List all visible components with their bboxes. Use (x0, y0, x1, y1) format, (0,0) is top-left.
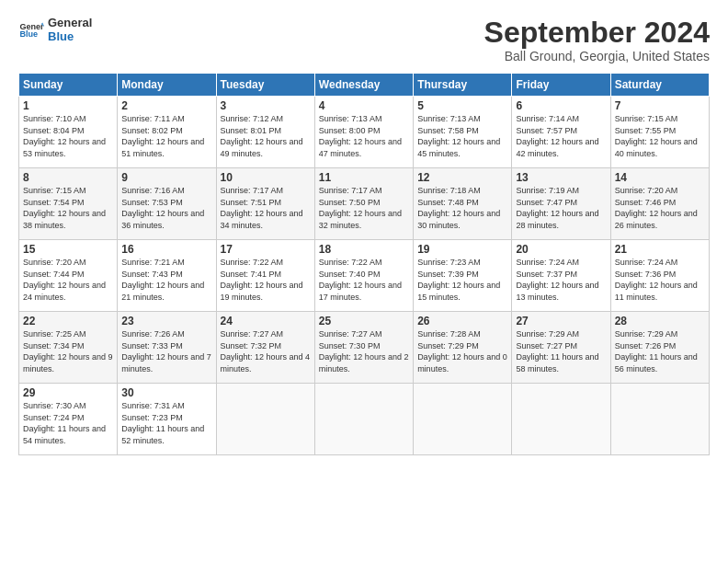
calendar: Sunday Monday Tuesday Wednesday Thursday… (18, 73, 710, 455)
logo: General Blue General Blue (18, 17, 92, 44)
day-24: 24 Sunrise: 7:27 AMSunset: 7:32 PMDaylig… (216, 312, 314, 384)
title-block: September 2024 Ball Ground, Georgia, Uni… (484, 17, 710, 63)
day-26: 26 Sunrise: 7:28 AMSunset: 7:29 PMDaylig… (414, 312, 512, 384)
calendar-header-row: Sunday Monday Tuesday Wednesday Thursday… (19, 74, 710, 97)
main-title: September 2024 (484, 17, 710, 49)
header-tuesday: Tuesday (216, 74, 314, 97)
day-11: 11 Sunrise: 7:17 AMSunset: 7:50 PMDaylig… (314, 168, 413, 240)
day-20: 20 Sunrise: 7:24 AMSunset: 7:37 PMDaylig… (512, 240, 610, 312)
day-2: 2 Sunrise: 7:11 AMSunset: 8:02 PMDayligh… (118, 97, 216, 168)
empty-cell-1 (216, 384, 314, 455)
day-27: 27 Sunrise: 7:29 AMSunset: 7:27 PMDaylig… (512, 312, 610, 384)
day-23: 23 Sunrise: 7:26 AMSunset: 7:33 PMDaylig… (118, 312, 216, 384)
day-3: 3 Sunrise: 7:12 AMSunset: 8:01 PMDayligh… (216, 97, 314, 168)
day-12: 12 Sunrise: 7:18 AMSunset: 7:48 PMDaylig… (414, 168, 512, 240)
day-8: 8 Sunrise: 7:15 AMSunset: 7:54 PMDayligh… (19, 168, 118, 240)
day-30: 30 Sunrise: 7:31 AMSunset: 7:23 PMDaylig… (118, 384, 216, 455)
empty-cell-3 (414, 384, 512, 455)
day-7: 7 Sunrise: 7:15 AMSunset: 7:55 PMDayligh… (610, 97, 709, 168)
day-21: 21 Sunrise: 7:24 AMSunset: 7:36 PMDaylig… (610, 240, 709, 312)
empty-cell-4 (512, 384, 610, 455)
header-sunday: Sunday (19, 74, 118, 97)
day-18: 18 Sunrise: 7:22 AMSunset: 7:40 PMDaylig… (314, 240, 413, 312)
week-row-5: 29 Sunrise: 7:30 AMSunset: 7:24 PMDaylig… (19, 384, 710, 455)
week-row-2: 8 Sunrise: 7:15 AMSunset: 7:54 PMDayligh… (19, 168, 710, 240)
week-row-4: 22 Sunrise: 7:25 AMSunset: 7:34 PMDaylig… (19, 312, 710, 384)
header-thursday: Thursday (414, 74, 512, 97)
day-29: 29 Sunrise: 7:30 AMSunset: 7:24 PMDaylig… (19, 384, 118, 455)
header-monday: Monday (118, 74, 216, 97)
day-25: 25 Sunrise: 7:27 AMSunset: 7:30 PMDaylig… (314, 312, 413, 384)
day-17: 17 Sunrise: 7:22 AMSunset: 7:41 PMDaylig… (216, 240, 314, 312)
day-4: 4 Sunrise: 7:13 AMSunset: 8:00 PMDayligh… (314, 97, 413, 168)
day-28: 28 Sunrise: 7:29 AMSunset: 7:26 PMDaylig… (610, 312, 709, 384)
day-16: 16 Sunrise: 7:21 AMSunset: 7:43 PMDaylig… (118, 240, 216, 312)
svg-text:Blue: Blue (19, 29, 38, 39)
day-9: 9 Sunrise: 7:16 AMSunset: 7:53 PMDayligh… (118, 168, 216, 240)
page: General Blue General Blue September 2024… (0, 0, 728, 563)
subtitle: Ball Ground, Georgia, United States (484, 49, 710, 63)
day-14: 14 Sunrise: 7:20 AMSunset: 7:46 PMDaylig… (610, 168, 709, 240)
logo-icon: General Blue (18, 17, 44, 43)
day-10: 10 Sunrise: 7:17 AMSunset: 7:51 PMDaylig… (216, 168, 314, 240)
empty-cell-2 (314, 384, 413, 455)
header-friday: Friday (512, 74, 610, 97)
week-row-1: 1 Sunrise: 7:10 AMSunset: 8:04 PMDayligh… (19, 97, 710, 168)
empty-cell-5 (610, 384, 709, 455)
header-wednesday: Wednesday (314, 74, 413, 97)
day-19: 19 Sunrise: 7:23 AMSunset: 7:39 PMDaylig… (414, 240, 512, 312)
day-22: 22 Sunrise: 7:25 AMSunset: 7:34 PMDaylig… (19, 312, 118, 384)
day-5: 5 Sunrise: 7:13 AMSunset: 7:58 PMDayligh… (414, 97, 512, 168)
day-1: 1 Sunrise: 7:10 AMSunset: 8:04 PMDayligh… (19, 97, 118, 168)
logo-line2: Blue (48, 30, 92, 44)
header: General Blue General Blue September 2024… (18, 17, 710, 63)
week-row-3: 15 Sunrise: 7:20 AMSunset: 7:44 PMDaylig… (19, 240, 710, 312)
day-13: 13 Sunrise: 7:19 AMSunset: 7:47 PMDaylig… (512, 168, 610, 240)
logo-line1: General (48, 17, 92, 30)
day-6: 6 Sunrise: 7:14 AMSunset: 7:57 PMDayligh… (512, 97, 610, 168)
day-15: 15 Sunrise: 7:20 AMSunset: 7:44 PMDaylig… (19, 240, 118, 312)
header-saturday: Saturday (610, 74, 709, 97)
